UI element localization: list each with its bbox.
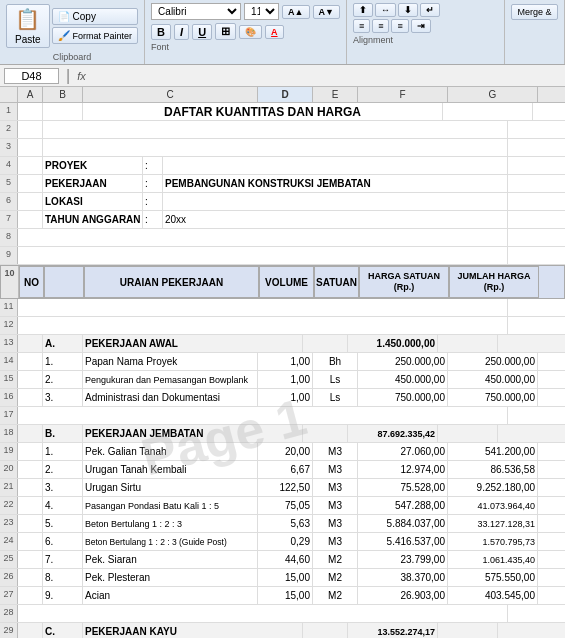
cell[interactable]: 5.884.037,00 xyxy=(358,515,448,532)
cell-pekerjaan-value[interactable]: PEMBANGUNAN KONSTRUKSI JEMBATAN xyxy=(163,175,508,192)
cell[interactable]: M3 xyxy=(313,533,358,550)
cell[interactable]: Beton Bertulang 1 : 2 : 3 (Guide Post) xyxy=(83,533,258,550)
cell-volume-header[interactable]: VOLUME xyxy=(259,266,314,298)
cell[interactable] xyxy=(18,175,43,192)
cell-section-c[interactable]: C. xyxy=(43,623,83,638)
cell[interactable] xyxy=(163,157,508,174)
font-size-select[interactable]: 11 xyxy=(244,3,279,20)
cell[interactable] xyxy=(18,407,508,424)
cell[interactable]: : xyxy=(143,193,163,210)
format-painter-button[interactable]: 🖌️ Format Painter xyxy=(52,27,139,44)
cell-harga-satuan-header[interactable]: HARGA SATUAN (Rp.) xyxy=(359,266,449,298)
cell[interactable]: 750.000,00 xyxy=(358,389,448,406)
cell[interactable]: 450.000,00 xyxy=(358,371,448,388)
cell[interactable] xyxy=(18,461,43,478)
increase-font-button[interactable]: A▲ xyxy=(282,5,309,19)
cell[interactable]: 575.550,00 xyxy=(448,569,538,586)
cell-jumlah-harga-header[interactable]: JUMLAH HARGA (Rp.) xyxy=(449,266,539,298)
formula-input[interactable] xyxy=(90,70,561,82)
cell[interactable]: 450.000,00 xyxy=(448,371,538,388)
cell[interactable]: 403.545,00 xyxy=(448,587,538,604)
cell[interactable]: 6,67 xyxy=(258,461,313,478)
cell[interactable] xyxy=(438,425,498,442)
cell[interactable] xyxy=(18,121,43,138)
bold-button[interactable]: B xyxy=(151,24,171,40)
cell[interactable] xyxy=(18,353,43,370)
cell[interactable]: 7. xyxy=(43,551,83,568)
cell-section-a-total[interactable]: 1.450.000,00 xyxy=(348,335,438,352)
cell[interactable]: 1. xyxy=(43,353,83,370)
decrease-font-button[interactable]: A▼ xyxy=(313,5,340,19)
cell[interactable]: 41.073.964,40 xyxy=(448,497,538,514)
cell-section-a[interactable]: A. xyxy=(43,335,83,352)
cell[interactable]: 27.060,00 xyxy=(358,443,448,460)
cell[interactable]: 23.799,00 xyxy=(358,551,448,568)
cell[interactable]: 1. xyxy=(43,443,83,460)
cell[interactable]: 44,60 xyxy=(258,551,313,568)
cell[interactable]: 33.127.128,31 xyxy=(448,515,538,532)
cell[interactable]: Pek. Plesteran xyxy=(83,569,258,586)
cell[interactable]: M3 xyxy=(313,497,358,514)
cell[interactable]: 38.370,00 xyxy=(358,569,448,586)
cell[interactable]: 1,00 xyxy=(258,371,313,388)
cell[interactable]: Pek. Galian Tanah xyxy=(83,443,258,460)
align-middle-button[interactable]: ↔ xyxy=(375,3,396,17)
wrap-text-button[interactable]: ↵ xyxy=(420,3,440,17)
cell[interactable]: 8. xyxy=(43,569,83,586)
cell-pekerjaan[interactable]: PEKERJAAN xyxy=(43,175,143,192)
cell[interactable]: Acian xyxy=(83,587,258,604)
cell[interactable] xyxy=(18,193,43,210)
cell[interactable]: 122,50 xyxy=(258,479,313,496)
cell[interactable]: 20,00 xyxy=(258,443,313,460)
cell[interactable] xyxy=(18,103,43,120)
cell[interactable]: M2 xyxy=(313,569,358,586)
cell[interactable]: Beton Bertulang 1 : 2 : 3 xyxy=(83,515,258,532)
cell[interactable] xyxy=(18,371,43,388)
cell[interactable]: M3 xyxy=(313,461,358,478)
cell[interactable]: Pasangan Pondasi Batu Kali 1 : 5 xyxy=(83,497,258,514)
align-bottom-button[interactable]: ⬇ xyxy=(398,3,418,17)
cell[interactable] xyxy=(18,335,43,352)
cell-no2-header[interactable] xyxy=(44,266,84,298)
cell[interactable] xyxy=(43,121,508,138)
cell[interactable]: 750.000,00 xyxy=(448,389,538,406)
cell-section-a-title[interactable]: PEKERJAAN AWAL xyxy=(83,335,303,352)
cell[interactable]: 250.000,00 xyxy=(448,353,538,370)
cell[interactable]: 5.416.537,00 xyxy=(358,533,448,550)
cell[interactable]: Papan Nama Proyek xyxy=(83,353,258,370)
cell[interactable]: : xyxy=(143,211,163,228)
cell[interactable]: 1,00 xyxy=(258,353,313,370)
cell-section-b[interactable]: B. xyxy=(43,425,83,442)
cell[interactable] xyxy=(18,479,43,496)
cell[interactable]: : xyxy=(143,157,163,174)
cell[interactable]: Bh xyxy=(313,353,358,370)
cell[interactable]: 12.974,00 xyxy=(358,461,448,478)
cell[interactable] xyxy=(303,623,348,638)
cell-title[interactable]: DAFTAR KUANTITAS DAN HARGA xyxy=(83,103,443,120)
merge-button[interactable]: Merge & xyxy=(511,4,557,20)
fill-color-button[interactable]: 🎨 xyxy=(239,25,262,39)
cell[interactable] xyxy=(18,317,508,334)
indent-button[interactable]: ⇥ xyxy=(411,19,431,33)
cell[interactable]: 15,00 xyxy=(258,569,313,586)
cell[interactable] xyxy=(18,569,43,586)
cell[interactable]: 3. xyxy=(43,479,83,496)
cell[interactable] xyxy=(43,139,508,156)
cell[interactable]: Administrasi dan Dokumentasi xyxy=(83,389,258,406)
align-center-button[interactable]: ≡ xyxy=(372,19,389,33)
cell[interactable] xyxy=(303,425,348,442)
cell[interactable]: 2. xyxy=(43,371,83,388)
cell[interactable]: 5,63 xyxy=(258,515,313,532)
cell-uraian-header[interactable]: URAIAN PEKERJAAN xyxy=(84,266,259,298)
cell[interactable]: Pengukuran dan Pemasangan Bowplank xyxy=(83,371,258,388)
cell[interactable]: 26.903,00 xyxy=(358,587,448,604)
cell[interactable]: 15,00 xyxy=(258,587,313,604)
cell[interactable]: M2 xyxy=(313,551,358,568)
cell[interactable]: 0,29 xyxy=(258,533,313,550)
cell-satuan-header[interactable]: SATUAN xyxy=(314,266,359,298)
cell[interactable]: 2. xyxy=(43,461,83,478)
cell[interactable] xyxy=(438,335,498,352)
cell[interactable] xyxy=(18,247,508,264)
cell[interactable]: : xyxy=(143,175,163,192)
align-left-button[interactable]: ≡ xyxy=(353,19,370,33)
